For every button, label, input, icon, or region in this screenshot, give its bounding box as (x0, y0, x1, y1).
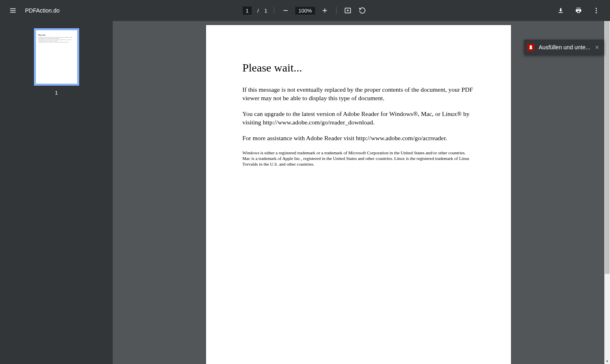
fit-page-icon (344, 7, 351, 14)
pdf-page: Please wait... If this message is not ev… (206, 25, 511, 364)
zoom-in-button[interactable] (320, 6, 330, 15)
page-paragraph: If this message is not eventually replac… (242, 86, 475, 103)
thumbnail-item: Please wait... If this message is not ev… (34, 28, 79, 96)
more-vertical-icon (593, 7, 600, 14)
svg-point-10 (596, 10, 597, 11)
toolbar: PDFAction.do / 1 100% (0, 0, 610, 21)
rotate-button[interactable] (358, 6, 367, 15)
page-fineprint: Windows is either a registered trademark… (242, 150, 475, 167)
minus-icon (282, 7, 289, 14)
divider (336, 7, 337, 14)
popup-close-button[interactable] (594, 44, 600, 50)
adobe-acrobat-icon (527, 44, 534, 51)
scrollbar-track[interactable] (604, 21, 610, 358)
thumbnail-heading: Please wait... (38, 34, 75, 36)
vertical-scrollbar[interactable]: ▼ (604, 21, 610, 364)
close-icon (594, 44, 600, 50)
plus-icon (321, 7, 328, 14)
svg-point-11 (596, 12, 597, 13)
page-paragraph: You can upgrade to the latest version of… (242, 110, 475, 127)
page-paragraph: For more assistance with Adobe Reader vi… (242, 134, 475, 143)
scrollbar-thumb[interactable] (605, 21, 610, 274)
popup-label[interactable]: Ausfüllen und unte... (538, 44, 590, 50)
fit-to-page-button[interactable] (343, 6, 353, 15)
svg-point-9 (596, 8, 597, 9)
file-title: PDFAction.do (25, 7, 60, 14)
thumbnail-line: For more assistance with Adobe Reader vi… (38, 42, 75, 43)
divider (274, 7, 274, 14)
hamburger-icon (9, 7, 17, 14)
zoom-out-button[interactable] (281, 6, 290, 15)
page-number-input[interactable] (243, 6, 252, 15)
zoom-level[interactable]: 100% (295, 7, 315, 15)
thumbnail-page-1[interactable]: Please wait... If this message is not ev… (34, 28, 79, 86)
more-options-button[interactable] (591, 6, 601, 15)
document-viewport[interactable]: Please wait... If this message is not ev… (113, 21, 604, 364)
page-separator: / (257, 8, 259, 14)
page-heading: Please wait... (242, 61, 475, 74)
thumbnail-sidebar: Please wait... If this message is not ev… (0, 21, 113, 364)
rotate-icon (359, 7, 366, 14)
scrollbar-down-arrow[interactable]: ▼ (604, 358, 610, 364)
thumbnail-page-number: 1 (55, 90, 58, 96)
download-icon (557, 7, 564, 14)
adobe-extension-popup: Ausfüllen und unte... (524, 40, 604, 55)
menu-button[interactable] (8, 6, 18, 15)
print-button[interactable] (574, 6, 583, 15)
print-icon (575, 7, 582, 14)
download-button[interactable] (556, 6, 566, 15)
total-pages: 1 (265, 8, 267, 14)
